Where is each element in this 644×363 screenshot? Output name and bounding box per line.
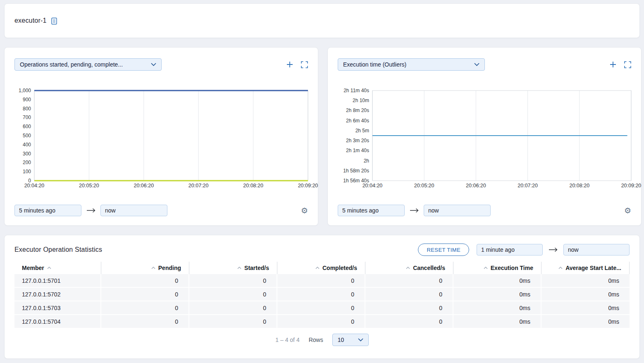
cell-pending: 0: [101, 301, 189, 315]
fullscreen-button[interactable]: [624, 61, 631, 68]
svg-text:2h 5m: 2h 5m: [355, 128, 369, 134]
cell-avg-start-latency: 0ms: [541, 274, 630, 288]
cell-member: 127.0.0.1:5703: [14, 301, 101, 315]
column-label: Started/s: [244, 265, 269, 271]
cell-cancelled: 0: [365, 288, 453, 301]
rows-per-page-select[interactable]: 10: [332, 334, 369, 346]
plus-icon: [609, 61, 617, 68]
svg-text:400: 400: [23, 142, 31, 148]
cell-pending: 0: [101, 288, 189, 301]
cell-cancelled: 0: [365, 315, 453, 329]
column-header-pending[interactable]: Pending: [101, 262, 189, 274]
add-chart-button[interactable]: [286, 61, 293, 68]
svg-text:700: 700: [23, 115, 31, 120]
stats-time-to-input[interactable]: [563, 244, 630, 256]
svg-text:2h 10m: 2h 10m: [353, 98, 369, 103]
title-card: executor-1: [4, 3, 640, 38]
table-row[interactable]: 127.0.0.1:5702 0 0 0 0 0ms 0ms: [14, 288, 630, 301]
svg-text:500: 500: [23, 133, 31, 139]
line-chart-operations: 20:04:2020:05:2020:06:2020:07:2020:08:20…: [14, 89, 308, 189]
svg-text:20:07:20: 20:07:20: [518, 183, 538, 189]
metric-selector-operations[interactable]: Operations started, pending, complete...: [14, 58, 162, 71]
page-title: executor-1: [14, 17, 47, 24]
settings-gear-icon[interactable]: ⚙: [301, 207, 308, 215]
settings-gear-icon[interactable]: ⚙: [624, 207, 631, 215]
svg-text:20:09:20: 20:09:20: [298, 183, 318, 189]
column-header-member[interactable]: Member: [14, 262, 101, 274]
time-from-input[interactable]: [338, 205, 405, 216]
cell-execution-time: 0ms: [453, 288, 541, 301]
cell-started: 0: [189, 274, 277, 288]
svg-text:300: 300: [23, 151, 31, 157]
arrow-right-icon: [549, 247, 558, 252]
svg-text:2h 6m 40s: 2h 6m 40s: [346, 118, 369, 124]
svg-text:20:04:20: 20:04:20: [363, 183, 383, 189]
column-header-avg-start-latency[interactable]: Average Start Late...: [541, 262, 630, 274]
metric-selector-label: Execution time (Outliers): [343, 61, 406, 68]
reset-time-button[interactable]: RESET TIME: [418, 244, 469, 256]
time-from-input[interactable]: [14, 205, 81, 216]
svg-text:100: 100: [23, 169, 31, 174]
svg-text:900: 900: [23, 97, 31, 103]
column-header-started[interactable]: Started/s: [189, 262, 277, 274]
table-row[interactable]: 127.0.0.1:5701 0 0 0 0 0ms 0ms: [14, 274, 630, 288]
cell-completed: 0: [277, 301, 365, 315]
add-chart-button[interactable]: [609, 61, 617, 68]
table-header-row: Member Pending Started/s Completed/s Can…: [14, 262, 630, 274]
cell-completed: 0: [277, 315, 365, 329]
cell-started: 0: [189, 288, 277, 301]
cell-execution-time: 0ms: [453, 301, 541, 315]
cell-completed: 0: [277, 288, 365, 301]
cell-member: 127.0.0.1:5702: [14, 288, 101, 301]
svg-text:20:07:20: 20:07:20: [188, 183, 209, 189]
svg-text:2h 3m 20s: 2h 3m 20s: [346, 138, 369, 143]
svg-text:1h 56m 40s: 1h 56m 40s: [343, 178, 369, 184]
dashboard-page: executor-1 Operations started, pending, …: [0, 0, 644, 362]
column-header-completed[interactable]: Completed/s: [277, 262, 365, 274]
svg-text:600: 600: [23, 124, 31, 129]
svg-text:20:06:20: 20:06:20: [134, 183, 154, 189]
cell-member: 127.0.0.1:5704: [14, 315, 101, 329]
stats-title: Executor Operation Statistics: [14, 246, 102, 253]
stats-table: Member Pending Started/s Completed/s Can…: [14, 262, 630, 329]
column-header-execution-time[interactable]: Execution Time: [453, 262, 541, 274]
column-label: Average Start Late...: [565, 265, 621, 271]
chart-card-execution-time: Execution time (Outliers) 20:04:2020:05:…: [327, 47, 642, 226]
chevron-down-icon: [474, 63, 479, 66]
sort-caret-icon: [558, 267, 563, 269]
expand-icon: [301, 61, 308, 68]
svg-text:20:04:20: 20:04:20: [24, 183, 45, 189]
svg-text:2h 11m 40s: 2h 11m 40s: [343, 88, 369, 93]
cell-execution-time: 0ms: [453, 274, 541, 288]
chevron-down-icon: [358, 338, 363, 342]
time-to-input[interactable]: [424, 205, 491, 216]
plus-icon: [286, 61, 293, 68]
sort-caret-icon: [315, 267, 320, 269]
column-label: Pending: [158, 265, 181, 271]
cell-avg-start-latency: 0ms: [541, 315, 630, 329]
metric-selector-label: Operations started, pending, complete...: [20, 61, 123, 68]
pagination: 1 – 4 of 4 Rows 10: [14, 334, 630, 346]
column-label: Member: [22, 265, 44, 271]
sort-caret-icon: [406, 267, 410, 269]
fullscreen-button[interactable]: [301, 61, 308, 68]
svg-text:2h 8m 20s: 2h 8m 20s: [346, 107, 369, 113]
metric-selector-execution-time[interactable]: Execution time (Outliers): [338, 58, 485, 71]
svg-text:0: 0: [28, 178, 31, 184]
svg-text:200: 200: [23, 160, 31, 165]
svg-text:20:05:20: 20:05:20: [79, 183, 99, 189]
cell-member: 127.0.0.1:5701: [14, 274, 101, 288]
column-label: Cancelled/s: [413, 265, 445, 271]
arrow-right-icon: [410, 208, 419, 213]
time-to-input[interactable]: [100, 205, 167, 216]
document-icon[interactable]: [51, 17, 57, 25]
line-chart-execution-time: 20:04:2020:05:2020:06:2020:07:2020:08:20…: [338, 89, 631, 189]
stats-time-from-input[interactable]: [477, 244, 543, 256]
cell-cancelled: 0: [365, 301, 453, 315]
executor-stats-card: Executor Operation Statistics RESET TIME…: [4, 235, 640, 359]
rows-per-page-value: 10: [338, 337, 344, 343]
column-header-cancelled[interactable]: Cancelled/s: [365, 262, 453, 274]
svg-text:2h 1m 40s: 2h 1m 40s: [346, 148, 369, 153]
table-row[interactable]: 127.0.0.1:5704 0 0 0 0 0ms 0ms: [14, 315, 630, 329]
table-row[interactable]: 127.0.0.1:5703 0 0 0 0 0ms 0ms: [14, 301, 630, 315]
